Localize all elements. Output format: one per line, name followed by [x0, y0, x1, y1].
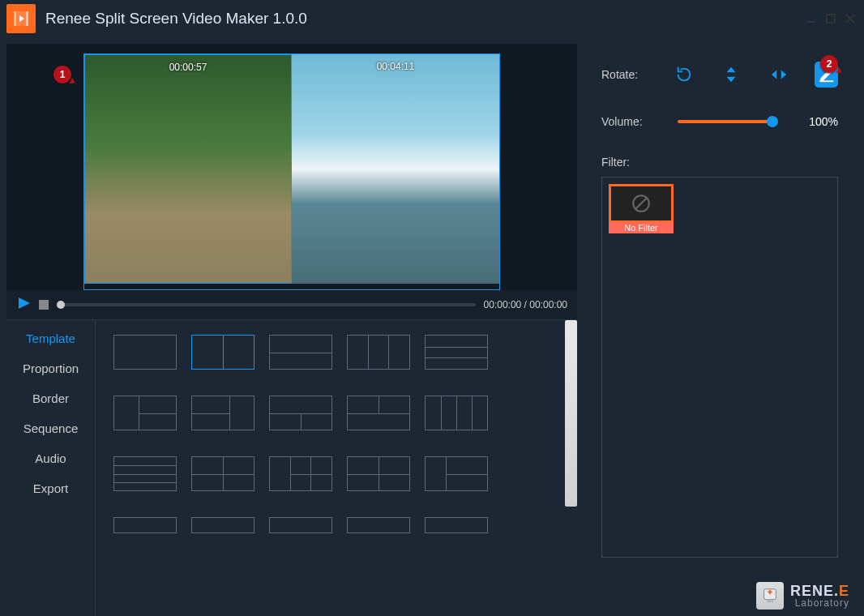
brand-name-2: E [839, 583, 849, 599]
svg-line-9 [635, 197, 647, 209]
template-r2-5[interactable] [425, 396, 488, 430]
template-1x1[interactable] [113, 335, 177, 370]
tab-proportion[interactable]: Proportion [6, 361, 95, 375]
brand-icon [756, 582, 784, 610]
template-r2-1[interactable] [113, 396, 177, 430]
template-scrollbar[interactable] [564, 320, 577, 616]
volume-slider[interactable] [678, 120, 773, 123]
svg-rect-2 [26, 11, 28, 26]
properties-panel: Rotate: Volume: 100% Filter: No Filter [577, 37, 858, 616]
svg-rect-11 [767, 600, 772, 603]
app-title: Renee Split Screen Video Maker 1.0.0 [45, 10, 804, 28]
callout-badge-1: 1 [53, 66, 71, 83]
playback-bar: 00:00:00 / 00:00:00 [6, 290, 577, 319]
flip-vertical-button[interactable] [720, 62, 743, 88]
callout-badge-2: 2 [820, 55, 838, 73]
pane2-timecode: 00:04:11 [377, 61, 415, 72]
preview-pane-1[interactable]: 00:00:57 [84, 54, 292, 284]
flip-vertical-icon [722, 66, 740, 83]
stop-button[interactable] [39, 300, 49, 310]
template-r2-3[interactable] [269, 396, 332, 430]
template-1x2[interactable] [191, 335, 254, 370]
template-r4-2[interactable] [191, 517, 254, 533]
tabs: Template Proportion Border Sequence Audi… [6, 320, 96, 616]
tab-audio[interactable]: Audio [6, 451, 95, 465]
template-r3-4[interactable] [347, 456, 410, 491]
tab-sequence[interactable]: Sequence [6, 421, 95, 435]
template-r3-1[interactable] [113, 456, 177, 491]
time-counter: 00:00:00 / 00:00:00 [484, 299, 567, 310]
filter-list: No Filter [601, 177, 838, 558]
film-icon [11, 9, 31, 28]
no-filter-thumb [609, 184, 674, 223]
maximize-button[interactable] [823, 11, 838, 26]
volume-value: 100% [798, 115, 838, 128]
template-r3-5[interactable] [425, 456, 488, 491]
filter-label: Filter: [601, 156, 838, 169]
preview-pane-2[interactable]: 00:04:11 [292, 54, 499, 284]
close-button[interactable] [843, 11, 858, 26]
tab-template[interactable]: Template [6, 332, 95, 345]
none-icon [631, 193, 652, 214]
template-r4-3[interactable] [269, 517, 332, 533]
preview-area: 00:00:57 00:04:11 [6, 44, 577, 290]
template-grid [96, 320, 577, 616]
flip-horizontal-button[interactable] [768, 62, 791, 88]
template-r3-2[interactable] [191, 456, 254, 491]
split-preview: 00:00:57 00:04:11 [83, 53, 500, 290]
play-button[interactable] [16, 296, 31, 314]
filter-item-label: No Filter [609, 222, 674, 233]
brand-sub: Laboratory [790, 598, 849, 608]
template-1x3h[interactable] [425, 335, 488, 370]
template-r4-4[interactable] [347, 517, 410, 533]
brand-footer: RENE.E Laboratory [756, 582, 849, 610]
template-r2-4[interactable] [347, 396, 410, 430]
tab-export[interactable]: Export [6, 481, 95, 495]
template-1x2h[interactable] [269, 335, 332, 370]
brand-name-1: RENE. [790, 583, 839, 599]
rotate-cw-icon [675, 66, 693, 83]
minimize-button[interactable] [804, 11, 819, 26]
svg-rect-1 [14, 11, 16, 26]
rotate-label: Rotate: [601, 68, 648, 81]
tab-border[interactable]: Border [6, 391, 95, 405]
pane1-timecode: 00:00:57 [169, 62, 207, 73]
template-r2-2[interactable] [191, 396, 254, 430]
template-r3-3[interactable] [269, 456, 332, 491]
app-logo [6, 4, 36, 33]
titlebar: Renee Split Screen Video Maker 1.0.0 [0, 0, 864, 37]
filter-item-none[interactable]: No Filter [609, 184, 674, 233]
volume-label: Volume: [601, 115, 653, 128]
template-r4-1[interactable] [113, 517, 177, 533]
flip-horizontal-icon [770, 66, 788, 83]
template-1x3[interactable] [347, 335, 410, 370]
svg-rect-4 [827, 15, 835, 23]
timeline-slider[interactable] [57, 303, 476, 306]
template-r4-5[interactable] [425, 517, 488, 533]
rotate-cw-button[interactable] [672, 62, 695, 88]
